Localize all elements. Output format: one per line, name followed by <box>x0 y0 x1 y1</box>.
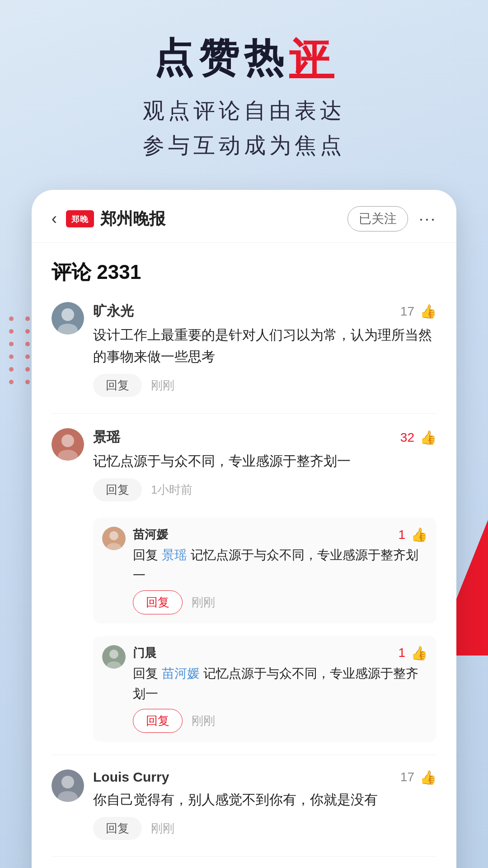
comment-time: 1小时前 <box>151 482 192 498</box>
phone-card: ‹ 郑晚 郑州晚报 已关注 ··· 评论 2331 旷永光 17 👍 设计工作上… <box>32 190 456 868</box>
svg-point-7 <box>109 531 118 540</box>
hero-subtitle-line2: 参与互动成为焦点 <box>0 128 488 163</box>
like-count: 1 <box>398 646 405 660</box>
reply-actions: 回复 刚刚 <box>133 709 427 733</box>
reply-body: 苗河媛 1 👍 回复 景瑶 记忆点源于与众不同，专业感源于整齐划一 回复 刚刚 <box>133 527 427 614</box>
reply-text: 回复 苗河媛 记忆点源于与众不同，专业感源于整齐划一 <box>133 664 427 704</box>
reply-avatar <box>102 645 126 669</box>
comment-item: Louis Curry 17 👍 你自己觉得有，别人感觉不到你有，你就是没有 回… <box>52 769 436 840</box>
comment-actions: 回复 1小时前 <box>93 478 436 501</box>
reply-mention: 苗河媛 <box>162 666 200 680</box>
comment-text: 记忆点源于与众不同，专业感源于整齐划一 <box>93 450 436 472</box>
reply-username: 门晨 <box>133 645 398 661</box>
reply-body: 门晨 1 👍 回复 苗河媛 记忆点源于与众不同，专业感源于整齐划一 回复 刚刚 <box>133 645 427 733</box>
more-button[interactable]: ··· <box>419 209 436 228</box>
reply-button[interactable]: 回复 <box>93 817 142 840</box>
reply-header: 门晨 1 👍 <box>133 645 427 661</box>
reply-item: 苗河媛 1 👍 回复 景瑶 记忆点源于与众不同，专业感源于整齐划一 回复 刚刚 <box>93 518 436 623</box>
reply-button[interactable]: 回复 <box>133 590 183 614</box>
comment-username: Louis Curry <box>93 769 400 785</box>
like-count: 32 <box>400 430 414 445</box>
separator <box>52 755 436 755</box>
svg-point-4 <box>61 434 74 447</box>
reply-time: 刚刚 <box>192 594 215 610</box>
reply-header: 苗河媛 1 👍 <box>133 527 427 542</box>
reply-text: 回复 景瑶 记忆点源于与众不同，专业感源于整齐划一 <box>133 545 427 586</box>
like-icon[interactable]: 👍 <box>411 527 427 542</box>
like-count: 1 <box>398 528 405 542</box>
svg-point-13 <box>61 776 74 788</box>
avatar <box>52 769 84 802</box>
comments-title: 评论 2331 <box>52 259 436 286</box>
reply-time: 刚刚 <box>192 713 215 729</box>
hero-title-part1: 点赞热 <box>154 35 289 80</box>
hero-section: 点赞热评 观点评论自由表达 参与互动成为焦点 <box>0 0 488 190</box>
svg-point-10 <box>109 650 118 659</box>
like-count: 17 <box>400 770 414 784</box>
svg-point-1 <box>61 308 74 321</box>
comment-text: 设计工作上最重要的是针对人们习以为常，认为理所当然的事物来做一些思考 <box>93 324 436 368</box>
comment-item: 旷永光 17 👍 设计工作上最重要的是针对人们习以为常，认为理所当然的事物来做一… <box>52 302 436 397</box>
comment-header: 旷永光 17 👍 <box>93 302 436 321</box>
reply-mention: 景瑶 <box>162 548 187 562</box>
decorative-dots <box>9 316 33 384</box>
comment-username: 旷永光 <box>93 302 400 321</box>
comment-body: 景瑶 32 👍 记忆点源于与众不同，专业感源于整齐划一 回复 1小时前 <box>93 428 436 501</box>
avatar <box>52 302 84 335</box>
source-name: 郑州晚报 <box>100 208 347 230</box>
hero-subtitle-line1: 观点评论自由表达 <box>0 94 488 128</box>
like-count: 17 <box>400 304 414 319</box>
comments-section: 评论 2331 旷永光 17 👍 设计工作上最重要的是针对人们习以为常，认为理所… <box>32 243 456 868</box>
source-logo: 郑晚 <box>66 210 94 227</box>
hero-subtitle: 观点评论自由表达 参与互动成为焦点 <box>0 94 488 163</box>
comment-time: 刚刚 <box>151 377 174 393</box>
comment-header: 景瑶 32 👍 <box>93 428 436 447</box>
comment-actions: 回复 刚刚 <box>93 817 436 840</box>
avatar <box>52 428 84 461</box>
hero-title-highlight: 评 <box>289 36 334 80</box>
comment-body: 旷永光 17 👍 设计工作上最重要的是针对人们习以为常，认为理所当然的事物来做一… <box>93 302 436 397</box>
comment-actions: 回复 刚刚 <box>93 374 436 397</box>
reply-button[interactable]: 回复 <box>93 478 142 501</box>
follow-button[interactable]: 已关注 <box>347 206 408 231</box>
comment-body: Louis Curry 17 👍 你自己觉得有，别人感觉不到你有，你就是没有 回… <box>93 769 436 840</box>
reply-button[interactable]: 回复 <box>133 709 183 733</box>
comment-item: 景瑶 32 👍 记忆点源于与众不同，专业感源于整齐划一 回复 1小时前 <box>52 428 436 501</box>
separator <box>52 413 436 414</box>
like-icon[interactable]: 👍 <box>411 645 427 661</box>
reply-item: 门晨 1 👍 回复 苗河媛 记忆点源于与众不同，专业感源于整齐划一 回复 刚刚 <box>93 636 436 742</box>
comment-header: Louis Curry 17 👍 <box>93 769 436 785</box>
like-icon[interactable]: 👍 <box>420 429 436 445</box>
reply-actions: 回复 刚刚 <box>133 590 427 614</box>
reply-username: 苗河媛 <box>133 527 398 542</box>
separator <box>52 856 436 857</box>
top-bar: ‹ 郑晚 郑州晚报 已关注 ··· <box>32 190 456 243</box>
comment-username: 景瑶 <box>93 428 400 447</box>
hero-title: 点赞热评 <box>0 36 488 80</box>
like-icon[interactable]: 👍 <box>420 769 436 785</box>
reply-button[interactable]: 回复 <box>93 374 142 397</box>
comment-time: 刚刚 <box>151 821 174 836</box>
comment-text: 你自己觉得有，别人感觉不到你有，你就是没有 <box>93 789 436 811</box>
like-icon[interactable]: 👍 <box>420 303 436 319</box>
reply-avatar <box>102 527 126 550</box>
back-button[interactable]: ‹ <box>52 209 57 228</box>
